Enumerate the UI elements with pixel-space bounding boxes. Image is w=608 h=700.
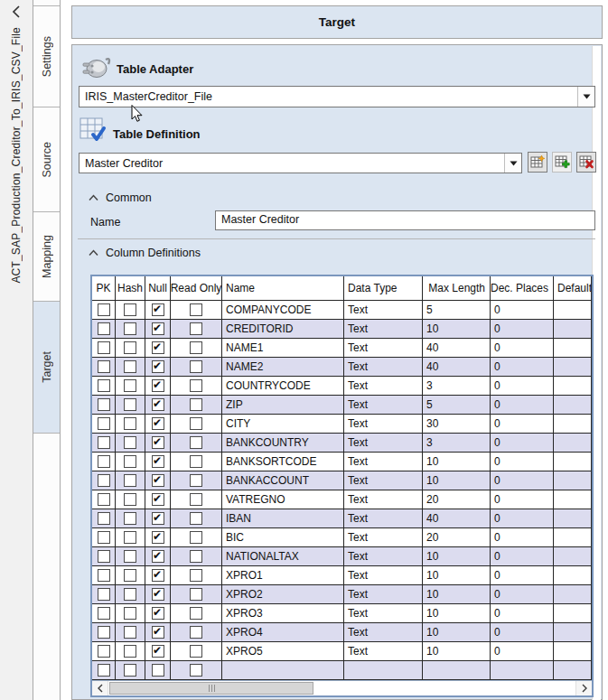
default-cell[interactable] (554, 415, 592, 434)
pk-checkbox[interactable] (98, 531, 110, 544)
name-cell[interactable]: XPRO2 (222, 585, 344, 604)
datatype-cell[interactable]: Text (344, 320, 423, 339)
default-cell[interactable] (554, 623, 592, 642)
readonly-checkbox[interactable] (190, 303, 202, 316)
null-checkbox[interactable] (152, 379, 164, 392)
maxlength-cell[interactable]: 30 (423, 415, 491, 434)
hash-checkbox[interactable] (124, 664, 136, 677)
decplaces-cell[interactable]: 0 (491, 339, 554, 358)
datatype-cell[interactable]: Text (344, 642, 423, 661)
column-definitions-expander[interactable]: Column Definitions (89, 247, 201, 259)
null-checkbox[interactable] (152, 303, 164, 316)
add-table-definition-button[interactable] (552, 152, 572, 173)
maxlength-cell[interactable]: 5 (423, 301, 491, 320)
tab-target[interactable]: Target (33, 302, 60, 434)
hash-checkbox[interactable] (124, 493, 136, 506)
readonly-checkbox[interactable] (190, 322, 202, 335)
name-cell[interactable]: NAME2 (222, 358, 344, 377)
default-cell[interactable] (554, 377, 592, 396)
hash-checkbox[interactable] (124, 417, 136, 430)
hash-checkbox[interactable] (124, 588, 136, 601)
pk-checkbox[interactable] (98, 493, 110, 506)
name-cell[interactable]: ZIP (222, 396, 344, 415)
maxlength-cell[interactable]: 10 (423, 320, 491, 339)
readonly-checkbox[interactable] (190, 341, 202, 354)
default-cell[interactable] (554, 528, 592, 547)
tab-mapping[interactable]: Mapping (33, 212, 60, 302)
default-cell[interactable] (554, 339, 592, 358)
default-cell[interactable] (554, 320, 592, 339)
maxlength-cell[interactable]: 10 (423, 566, 491, 585)
maxlength-cell[interactable]: 20 (423, 528, 491, 547)
name-cell[interactable]: BIC (222, 528, 344, 547)
name-cell[interactable]: NAME1 (222, 339, 344, 358)
readonly-checkbox[interactable] (190, 493, 202, 506)
datatype-cell[interactable]: Text (344, 585, 423, 604)
decplaces-cell[interactable]: 0 (491, 358, 554, 377)
default-cell[interactable] (554, 604, 592, 623)
maxlength-cell[interactable]: 10 (423, 642, 491, 661)
tab-settings[interactable]: Settings (33, 5, 60, 107)
default-cell[interactable] (554, 547, 592, 566)
hash-checkbox[interactable] (124, 398, 136, 411)
decplaces-cell[interactable]: 0 (491, 471, 554, 490)
readonly-checkbox[interactable] (190, 645, 202, 658)
decplaces-cell[interactable]: 0 (491, 301, 554, 320)
null-checkbox[interactable] (152, 626, 164, 639)
name-cell[interactable]: XPRO1 (222, 566, 344, 585)
decplaces-cell[interactable]: 0 (491, 623, 554, 642)
datatype-cell[interactable]: Text (344, 339, 423, 358)
pk-checkbox[interactable] (98, 607, 110, 620)
name-cell[interactable]: XPRO4 (222, 623, 344, 642)
maxlength-cell[interactable]: 10 (423, 547, 491, 566)
maxlength-cell[interactable]: 10 (423, 471, 491, 490)
pk-checkbox[interactable] (98, 569, 110, 582)
readonly-checkbox[interactable] (190, 664, 202, 677)
datatype-cell[interactable]: Text (344, 490, 423, 509)
default-cell[interactable] (554, 509, 592, 528)
readonly-checkbox[interactable] (190, 398, 202, 411)
new-table-definition-button[interactable] (528, 152, 547, 173)
default-cell[interactable] (554, 358, 592, 377)
pk-checkbox[interactable] (98, 626, 110, 639)
hash-checkbox[interactable] (124, 550, 136, 563)
delete-table-definition-button[interactable] (576, 152, 596, 173)
collapse-panel-chevron-icon[interactable] (9, 4, 23, 20)
pk-checkbox[interactable] (98, 664, 110, 677)
name-cell[interactable] (222, 661, 344, 680)
readonly-checkbox[interactable] (190, 512, 202, 525)
datatype-cell[interactable]: Text (344, 509, 423, 528)
table-definition-combobox[interactable]: Master Creditor (79, 153, 522, 173)
pk-checkbox[interactable] (98, 436, 110, 449)
maxlength-cell[interactable]: 10 (423, 453, 491, 471)
null-checkbox[interactable] (152, 569, 164, 582)
null-checkbox[interactable] (152, 341, 164, 354)
maxlength-cell[interactable]: 3 (423, 434, 491, 453)
null-checkbox[interactable] (152, 322, 164, 335)
readonly-checkbox[interactable] (190, 531, 202, 544)
null-checkbox[interactable] (152, 398, 164, 411)
null-checkbox[interactable] (152, 607, 164, 620)
pk-checkbox[interactable] (98, 360, 110, 373)
readonly-checkbox[interactable] (190, 626, 202, 639)
hash-checkbox[interactable] (124, 436, 136, 449)
hash-checkbox[interactable] (124, 455, 136, 468)
readonly-checkbox[interactable] (190, 417, 202, 430)
pk-checkbox[interactable] (98, 303, 110, 316)
readonly-checkbox[interactable] (190, 474, 202, 487)
pk-checkbox[interactable] (98, 645, 110, 658)
default-cell[interactable] (554, 585, 592, 604)
pk-checkbox[interactable] (98, 341, 110, 354)
datatype-cell[interactable]: Text (344, 623, 423, 642)
pk-checkbox[interactable] (98, 398, 110, 411)
hash-checkbox[interactable] (124, 645, 136, 658)
hash-checkbox[interactable] (124, 569, 136, 582)
datatype-cell[interactable]: Text (344, 453, 423, 471)
null-checkbox[interactable] (152, 436, 164, 449)
table-definition-dropdown-button[interactable] (504, 154, 521, 173)
datatype-cell[interactable]: Text (344, 471, 423, 490)
datatype-cell[interactable] (344, 661, 423, 680)
name-cell[interactable]: VATREGNO (222, 490, 344, 509)
null-checkbox[interactable] (152, 512, 164, 525)
name-cell[interactable]: BANKACCOUNT (222, 471, 344, 490)
